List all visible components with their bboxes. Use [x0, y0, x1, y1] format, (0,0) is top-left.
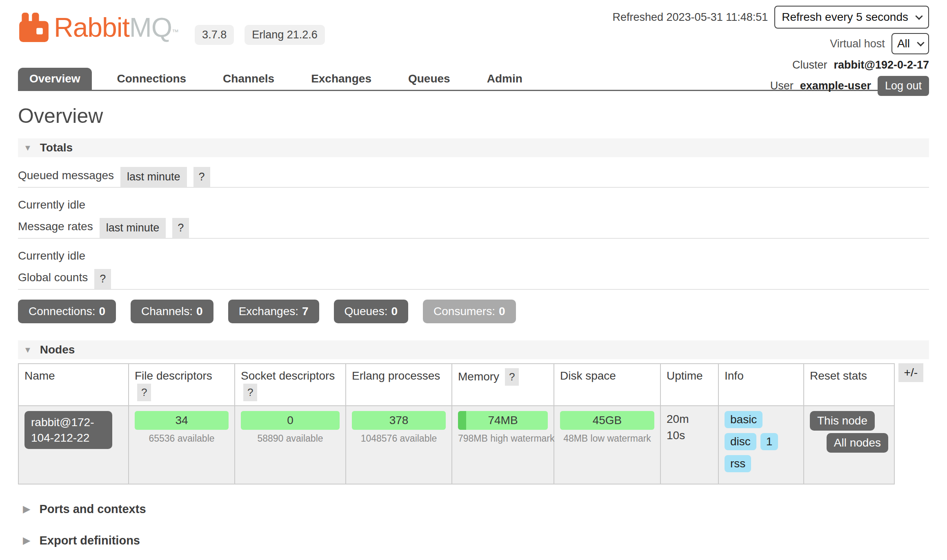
reset-stats-cell: This node All nodes — [804, 406, 894, 484]
tab-queues[interactable]: Queues — [397, 68, 462, 90]
header: RabbitMQ™ 3.7.8 Erlang 21.2.6 Refreshed … — [18, 0, 929, 68]
virtual-host-select[interactable]: All — [891, 33, 929, 54]
reset-all-nodes-button[interactable]: All nodes — [827, 433, 888, 453]
tab-channels[interactable]: Channels — [211, 68, 286, 90]
nodes-table: Name File descriptors ? Socket descripto… — [18, 363, 895, 484]
refresh-interval-select[interactable]: Refresh every 5 seconds — [774, 6, 929, 29]
channels-count-value: 0 — [196, 305, 203, 318]
chevron-down-icon — [917, 39, 924, 46]
message-rates-label: Message rates — [18, 220, 93, 238]
memory-bar: 74MB — [458, 411, 548, 430]
queued-messages-range-tab[interactable]: last minute — [120, 167, 187, 187]
export-definitions-section[interactable]: ▶ Export definitions — [18, 534, 929, 547]
reset-this-node-button[interactable]: This node — [810, 411, 875, 431]
queued-messages-row: Queued messages last minute ? — [18, 167, 929, 188]
column-header-reset-stats: Reset stats — [804, 364, 894, 406]
user-name: example-user — [800, 80, 871, 92]
tab-exchanges[interactable]: Exchanges — [300, 68, 383, 90]
socket-descriptors-help-button[interactable]: ? — [243, 384, 257, 401]
cluster-row: Cluster rabbit@192-0-2-17 — [792, 59, 929, 71]
erlang-version-badge: Erlang 21.2.6 — [245, 25, 325, 45]
socket-descriptors-bar: 0 — [241, 411, 340, 430]
rabbitmq-logo[interactable]: RabbitMQ™ — [18, 10, 178, 50]
queues-count-button[interactable]: Queues:0 — [334, 300, 408, 323]
queues-count-value: 0 — [391, 305, 398, 318]
version-badges: 3.7.8 Erlang 21.2.6 — [195, 25, 325, 45]
virtual-host-value: All — [897, 37, 910, 50]
connections-count-button[interactable]: Connections:0 — [18, 300, 116, 323]
nodes-table-wrap: +/- Name File descriptors ? Socket descr… — [18, 363, 929, 484]
triangle-down-icon: ▼ — [24, 345, 32, 355]
queued-messages-idle-text: Currently idle — [18, 198, 929, 211]
triangle-down-icon: ▼ — [24, 143, 32, 153]
column-header-file-descriptors: File descriptors ? — [129, 364, 235, 406]
global-counts-help-button[interactable]: ? — [94, 269, 111, 289]
nodes-table-header-row: Name File descriptors ? Socket descripto… — [18, 364, 894, 406]
nodes-section-title: Nodes — [40, 343, 75, 356]
triangle-right-icon: ▶ — [23, 535, 30, 546]
memory-watermark: 798MB high watermark — [458, 433, 548, 444]
file-descriptors-help-button[interactable]: ? — [137, 384, 151, 401]
tab-admin[interactable]: Admin — [476, 68, 534, 90]
ports-and-contexts-title: Ports and contexts — [39, 502, 146, 516]
queues-count-label: Queues: — [345, 305, 388, 318]
refresh-row: Refreshed 2023-05-31 11:48:51 Refresh ev… — [612, 6, 929, 29]
column-header-socket-descriptors: Socket descriptors ? — [235, 364, 346, 406]
logo-rabbit-text: Rabbit — [54, 12, 129, 42]
erlang-processes-cell: 378 1048576 available — [346, 406, 452, 484]
memory-help-button[interactable]: ? — [505, 368, 519, 386]
socket-descriptors-available: 58890 available — [241, 433, 340, 444]
refreshed-timestamp: Refreshed 2023-05-31 11:48:51 — [612, 11, 768, 24]
info-badge-stats-index: 1 — [760, 433, 778, 450]
disk-space-bar: 45GB — [560, 411, 654, 430]
ports-and-contexts-section[interactable]: ▶ Ports and contexts — [18, 502, 929, 516]
memory-cell: 74MB 798MB high watermark — [452, 406, 554, 484]
queued-messages-help-button[interactable]: ? — [193, 167, 210, 187]
message-rates-help-button[interactable]: ? — [172, 218, 189, 238]
global-counts-buttons: Connections:0 Channels:0 Exchanges:7 Que… — [18, 300, 929, 323]
tab-overview[interactable]: Overview — [18, 68, 92, 90]
node-row: rabbit@172-104-212-22 34 65536 available… — [18, 406, 894, 484]
uptime-cell: 20m 10s — [660, 406, 718, 484]
consumers-count-label: Consumers: — [433, 305, 495, 318]
logo-tm-mark: ™ — [172, 28, 178, 36]
node-name-cell: rabbit@172-104-212-22 — [18, 406, 129, 484]
connections-count-label: Connections: — [29, 305, 95, 318]
consumers-count-value: 0 — [499, 305, 505, 318]
message-rates-idle-text: Currently idle — [18, 249, 929, 262]
column-header-memory: Memory ? — [452, 364, 554, 406]
message-rates-range-tab[interactable]: last minute — [100, 218, 166, 238]
queued-messages-label: Queued messages — [18, 169, 114, 187]
global-counts-row: Global counts ? — [18, 269, 929, 290]
logo-row: RabbitMQ™ 3.7.8 Erlang 21.2.6 — [18, 10, 325, 50]
uptime-value-2: 10s — [667, 427, 712, 444]
columns-toggle-button[interactable]: +/- — [898, 363, 923, 382]
socket-descriptors-cell: 0 58890 available — [235, 406, 346, 484]
exchanges-count-button[interactable]: Exchanges:7 — [228, 300, 319, 323]
nodes-section-header[interactable]: ▼ Nodes — [18, 340, 929, 359]
consumers-count-button: Consumers:0 — [423, 300, 516, 323]
header-status-block: Refreshed 2023-05-31 11:48:51 Refresh ev… — [612, 6, 929, 96]
disk-space-cell: 45GB 48MB low watermark — [554, 406, 660, 484]
node-name-badge[interactable]: rabbit@172-104-212-22 — [24, 411, 112, 449]
rabbit-icon — [18, 10, 50, 45]
logo-text: RabbitMQ™ — [54, 10, 178, 50]
totals-section-header[interactable]: ▼ Totals — [18, 138, 929, 157]
erlang-processes-available: 1048576 available — [352, 433, 446, 444]
logout-button[interactable]: Log out — [878, 76, 929, 96]
file-descriptors-bar: 34 — [135, 411, 229, 430]
virtual-host-label: Virtual host — [830, 38, 885, 50]
rabbitmq-management-page: RabbitMQ™ 3.7.8 Erlang 21.2.6 Refreshed … — [0, 0, 947, 560]
file-descriptors-available: 65536 available — [135, 433, 229, 444]
totals-section-title: Totals — [40, 141, 73, 154]
user-row: User example-user Log out — [770, 76, 929, 96]
column-header-info: Info — [718, 364, 804, 406]
channels-count-button[interactable]: Channels:0 — [131, 300, 213, 323]
connections-count-value: 0 — [99, 305, 105, 318]
column-header-disk-space: Disk space — [554, 364, 660, 406]
tab-connections[interactable]: Connections — [106, 68, 198, 90]
rabbitmq-version-badge: 3.7.8 — [195, 25, 234, 45]
page-title: Overview — [18, 104, 929, 128]
exchanges-count-label: Exchanges: — [239, 305, 298, 318]
logo-mq-text: MQ — [129, 12, 172, 42]
